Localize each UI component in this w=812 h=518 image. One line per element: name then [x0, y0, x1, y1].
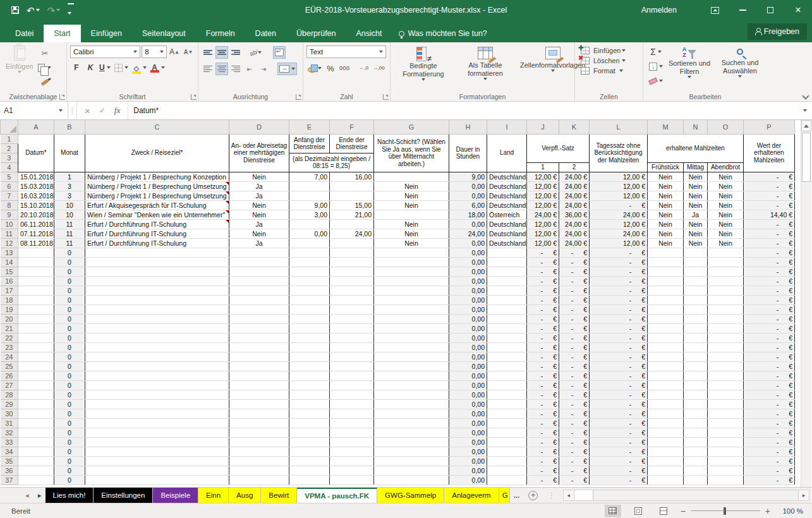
cell-J34[interactable]: -€ — [527, 447, 559, 456]
cell-G32[interactable] — [374, 428, 449, 437]
row-header-26[interactable]: 26 — [1, 371, 18, 380]
cell-L35[interactable]: -€ — [590, 456, 648, 466]
close-button[interactable]: × — [784, 0, 812, 20]
cell-C10[interactable]: Erfurt / Durchführung IT-Schulung — [85, 219, 229, 229]
cell-O19[interactable] — [708, 304, 744, 314]
increase-indent-button[interactable]: ⇥ — [257, 63, 270, 75]
cell-F34[interactable] — [330, 447, 374, 456]
cell-D25[interactable] — [229, 361, 289, 371]
cell-E37[interactable] — [289, 475, 330, 485]
cell-N9[interactable]: Ja — [684, 210, 708, 219]
cell-B20[interactable]: 0 — [54, 314, 85, 323]
cell-I8[interactable]: Deutschland — [487, 200, 527, 210]
cell-B10[interactable]: 11 — [54, 219, 85, 229]
cell-J25[interactable]: -€ — [527, 361, 559, 371]
cell-J37[interactable]: -€ — [527, 475, 559, 485]
cell-J17[interactable]: -€ — [527, 286, 559, 295]
cell-F10[interactable] — [330, 219, 374, 229]
new-sheet-button[interactable]: + — [528, 488, 538, 503]
cell-C12[interactable]: Erfurt / Durchführung IT-Schulung — [85, 238, 229, 248]
cell-G24[interactable] — [374, 352, 449, 361]
cell-F29[interactable] — [330, 399, 374, 409]
cell-P24[interactable]: -€ — [744, 352, 795, 361]
cell-E34[interactable] — [289, 447, 330, 456]
cell-H26[interactable]: 0,00 — [449, 371, 487, 380]
cell-D18[interactable] — [229, 295, 289, 304]
number-format-combo[interactable]: Text — [306, 45, 386, 58]
cell-L26[interactable]: -€ — [590, 371, 648, 380]
cell-L28[interactable]: -€ — [590, 390, 648, 399]
cell-J16[interactable]: -€ — [527, 276, 559, 286]
cell-H37[interactable]: 0,00 — [449, 475, 487, 485]
cell-L34[interactable]: -€ — [590, 447, 648, 456]
cell-F12[interactable] — [330, 238, 374, 248]
cell-D6[interactable]: Ja — [229, 181, 289, 191]
cell-P15[interactable]: -€ — [744, 267, 795, 276]
cell-B23[interactable]: 0 — [54, 342, 85, 352]
cell-A24[interactable] — [18, 352, 54, 361]
cell-O18[interactable] — [708, 295, 744, 304]
cell-M6[interactable]: Nein — [648, 181, 684, 191]
normal-view-button[interactable] — [605, 505, 621, 517]
column-header-O[interactable]: O — [708, 120, 744, 134]
sort-filter-button[interactable]: AZ Sortieren und Filtern — [664, 45, 715, 91]
cell-M9[interactable]: Nein — [648, 210, 684, 219]
cell-M11[interactable]: Nein — [648, 229, 684, 238]
cell-M33[interactable] — [648, 437, 684, 447]
row-header-13[interactable]: 13 — [1, 248, 18, 257]
cell-A25[interactable] — [18, 361, 54, 371]
cell-L23[interactable]: -€ — [590, 342, 648, 352]
cell-E23[interactable] — [289, 342, 330, 352]
cell-B13[interactable]: 0 — [54, 248, 85, 257]
cell-M23[interactable] — [648, 342, 684, 352]
sheet-tab-einstellungen[interactable]: Einstellungen — [94, 488, 153, 503]
cell-B29[interactable]: 0 — [54, 399, 85, 409]
cell-K31[interactable]: -€ — [559, 418, 590, 428]
cell-M7[interactable]: Nein — [648, 191, 684, 200]
cell-D10[interactable]: Ja — [229, 219, 289, 229]
cell-K34[interactable]: -€ — [559, 447, 590, 456]
cell-I37[interactable] — [487, 475, 527, 485]
cell-N21[interactable] — [684, 323, 708, 333]
cell-I31[interactable] — [487, 418, 527, 428]
cell-A26[interactable] — [18, 371, 54, 380]
minimize-button[interactable] — [729, 0, 756, 20]
cell-H6[interactable]: 0,00 — [449, 181, 487, 191]
font-family-combo[interactable]: Calibri — [70, 45, 140, 58]
row-header-33[interactable]: 33 — [1, 437, 18, 447]
cell-I30[interactable] — [487, 409, 527, 418]
cell-M16[interactable] — [648, 276, 684, 286]
row-header-24[interactable]: 24 — [1, 352, 18, 361]
cell-G22[interactable] — [374, 333, 449, 342]
cell-I34[interactable] — [487, 447, 527, 456]
cell-B31[interactable]: 0 — [54, 418, 85, 428]
cell-D19[interactable] — [229, 304, 289, 314]
cell-F31[interactable] — [330, 418, 374, 428]
cell-M13[interactable] — [648, 248, 684, 257]
row-header-2[interactable]: 2 — [1, 143, 18, 153]
row-header-16[interactable]: 16 — [1, 276, 18, 286]
cell-A28[interactable] — [18, 390, 54, 399]
cell-A8[interactable]: 15.10.2018 — [18, 200, 54, 210]
cell-I23[interactable] — [487, 342, 527, 352]
header-cell-p[interactable]: Wert der erhaltenen Mahlzeiten — [744, 134, 795, 172]
cell-M37[interactable] — [648, 475, 684, 485]
row-header-3[interactable]: 3 — [1, 153, 18, 162]
bold-button[interactable]: F — [70, 61, 83, 74]
column-header-K[interactable]: K — [559, 120, 590, 134]
cell-K32[interactable]: -€ — [559, 428, 590, 437]
cell-G11[interactable]: Nein — [374, 229, 449, 238]
cell-F30[interactable] — [330, 409, 374, 418]
decrease-indent-button[interactable]: ⇤ — [243, 63, 256, 75]
cell-B26[interactable]: 0 — [54, 371, 85, 380]
row-header-27[interactable]: 27 — [1, 380, 18, 390]
tab-ueberpruefen[interactable]: Überprüfen — [286, 25, 346, 42]
sheet-tab-anlageverm[interactable]: Anlageverm — [444, 488, 499, 503]
cell-E32[interactable] — [289, 428, 330, 437]
cell-E8[interactable]: 9,00 — [289, 200, 330, 210]
cell-N8[interactable]: Nein — [684, 200, 708, 210]
cell-P26[interactable]: -€ — [744, 371, 795, 380]
row-header-4[interactable]: 4 — [1, 162, 18, 172]
column-header-J[interactable]: J — [527, 120, 559, 134]
font-size-combo[interactable]: 8 — [142, 45, 167, 58]
